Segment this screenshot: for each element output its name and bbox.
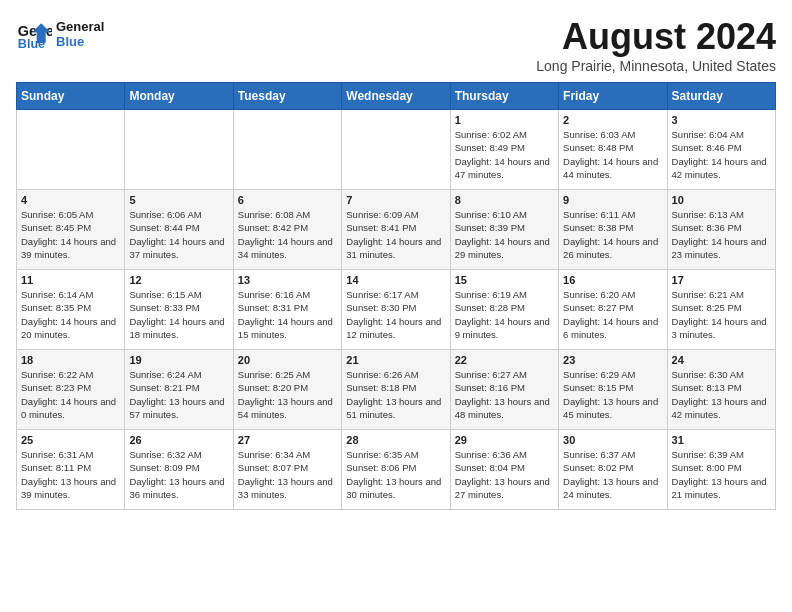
day-info: Sunrise: 6:26 AM Sunset: 8:18 PM Dayligh… — [346, 368, 445, 421]
day-number: 7 — [346, 194, 445, 206]
day-number: 8 — [455, 194, 554, 206]
day-info: Sunrise: 6:19 AM Sunset: 8:28 PM Dayligh… — [455, 288, 554, 341]
day-number: 31 — [672, 434, 771, 446]
calendar-cell: 15Sunrise: 6:19 AM Sunset: 8:28 PM Dayli… — [450, 270, 558, 350]
calendar-cell: 3Sunrise: 6:04 AM Sunset: 8:46 PM Daylig… — [667, 110, 775, 190]
day-number: 24 — [672, 354, 771, 366]
calendar-week-3: 11Sunrise: 6:14 AM Sunset: 8:35 PM Dayli… — [17, 270, 776, 350]
page-header: General Blue General Blue August 2024 Lo… — [16, 16, 776, 74]
title-area: August 2024 Long Prairie, Minnesota, Uni… — [536, 16, 776, 74]
day-number: 19 — [129, 354, 228, 366]
day-info: Sunrise: 6:15 AM Sunset: 8:33 PM Dayligh… — [129, 288, 228, 341]
day-number: 11 — [21, 274, 120, 286]
calendar-cell: 17Sunrise: 6:21 AM Sunset: 8:25 PM Dayli… — [667, 270, 775, 350]
day-number: 18 — [21, 354, 120, 366]
day-number: 20 — [238, 354, 337, 366]
weekday-thursday: Thursday — [450, 83, 558, 110]
day-info: Sunrise: 6:39 AM Sunset: 8:00 PM Dayligh… — [672, 448, 771, 501]
day-number: 5 — [129, 194, 228, 206]
calendar-week-5: 25Sunrise: 6:31 AM Sunset: 8:11 PM Dayli… — [17, 430, 776, 510]
day-number: 28 — [346, 434, 445, 446]
calendar-cell: 16Sunrise: 6:20 AM Sunset: 8:27 PM Dayli… — [559, 270, 667, 350]
weekday-saturday: Saturday — [667, 83, 775, 110]
day-info: Sunrise: 6:24 AM Sunset: 8:21 PM Dayligh… — [129, 368, 228, 421]
calendar-table: SundayMondayTuesdayWednesdayThursdayFrid… — [16, 82, 776, 510]
weekday-friday: Friday — [559, 83, 667, 110]
calendar-title: August 2024 — [536, 16, 776, 58]
day-info: Sunrise: 6:21 AM Sunset: 8:25 PM Dayligh… — [672, 288, 771, 341]
calendar-cell — [233, 110, 341, 190]
calendar-cell: 22Sunrise: 6:27 AM Sunset: 8:16 PM Dayli… — [450, 350, 558, 430]
calendar-cell: 14Sunrise: 6:17 AM Sunset: 8:30 PM Dayli… — [342, 270, 450, 350]
day-number: 10 — [672, 194, 771, 206]
day-info: Sunrise: 6:31 AM Sunset: 8:11 PM Dayligh… — [21, 448, 120, 501]
day-info: Sunrise: 6:37 AM Sunset: 8:02 PM Dayligh… — [563, 448, 662, 501]
day-info: Sunrise: 6:14 AM Sunset: 8:35 PM Dayligh… — [21, 288, 120, 341]
day-info: Sunrise: 6:34 AM Sunset: 8:07 PM Dayligh… — [238, 448, 337, 501]
day-number: 29 — [455, 434, 554, 446]
day-number: 25 — [21, 434, 120, 446]
day-number: 4 — [21, 194, 120, 206]
day-info: Sunrise: 6:17 AM Sunset: 8:30 PM Dayligh… — [346, 288, 445, 341]
day-info: Sunrise: 6:27 AM Sunset: 8:16 PM Dayligh… — [455, 368, 554, 421]
day-number: 17 — [672, 274, 771, 286]
calendar-cell — [342, 110, 450, 190]
day-number: 23 — [563, 354, 662, 366]
logo: General Blue General Blue — [16, 16, 104, 52]
weekday-tuesday: Tuesday — [233, 83, 341, 110]
calendar-cell: 25Sunrise: 6:31 AM Sunset: 8:11 PM Dayli… — [17, 430, 125, 510]
calendar-cell: 7Sunrise: 6:09 AM Sunset: 8:41 PM Daylig… — [342, 190, 450, 270]
day-info: Sunrise: 6:35 AM Sunset: 8:06 PM Dayligh… — [346, 448, 445, 501]
logo-general: General — [56, 19, 104, 34]
day-info: Sunrise: 6:29 AM Sunset: 8:15 PM Dayligh… — [563, 368, 662, 421]
calendar-cell: 20Sunrise: 6:25 AM Sunset: 8:20 PM Dayli… — [233, 350, 341, 430]
weekday-wednesday: Wednesday — [342, 83, 450, 110]
logo-blue: Blue — [56, 34, 104, 49]
day-info: Sunrise: 6:13 AM Sunset: 8:36 PM Dayligh… — [672, 208, 771, 261]
day-info: Sunrise: 6:30 AM Sunset: 8:13 PM Dayligh… — [672, 368, 771, 421]
day-number: 3 — [672, 114, 771, 126]
day-info: Sunrise: 6:22 AM Sunset: 8:23 PM Dayligh… — [21, 368, 120, 421]
calendar-cell: 28Sunrise: 6:35 AM Sunset: 8:06 PM Dayli… — [342, 430, 450, 510]
logo-icon: General Blue — [16, 16, 52, 52]
calendar-cell: 12Sunrise: 6:15 AM Sunset: 8:33 PM Dayli… — [125, 270, 233, 350]
calendar-cell: 6Sunrise: 6:08 AM Sunset: 8:42 PM Daylig… — [233, 190, 341, 270]
day-info: Sunrise: 6:36 AM Sunset: 8:04 PM Dayligh… — [455, 448, 554, 501]
day-number: 30 — [563, 434, 662, 446]
day-info: Sunrise: 6:08 AM Sunset: 8:42 PM Dayligh… — [238, 208, 337, 261]
day-info: Sunrise: 6:02 AM Sunset: 8:49 PM Dayligh… — [455, 128, 554, 181]
weekday-header-row: SundayMondayTuesdayWednesdayThursdayFrid… — [17, 83, 776, 110]
day-info: Sunrise: 6:10 AM Sunset: 8:39 PM Dayligh… — [455, 208, 554, 261]
calendar-cell: 27Sunrise: 6:34 AM Sunset: 8:07 PM Dayli… — [233, 430, 341, 510]
calendar-week-2: 4Sunrise: 6:05 AM Sunset: 8:45 PM Daylig… — [17, 190, 776, 270]
day-info: Sunrise: 6:05 AM Sunset: 8:45 PM Dayligh… — [21, 208, 120, 261]
day-info: Sunrise: 6:16 AM Sunset: 8:31 PM Dayligh… — [238, 288, 337, 341]
day-number: 2 — [563, 114, 662, 126]
day-number: 6 — [238, 194, 337, 206]
calendar-cell: 24Sunrise: 6:30 AM Sunset: 8:13 PM Dayli… — [667, 350, 775, 430]
day-number: 16 — [563, 274, 662, 286]
calendar-cell: 2Sunrise: 6:03 AM Sunset: 8:48 PM Daylig… — [559, 110, 667, 190]
day-number: 22 — [455, 354, 554, 366]
calendar-week-1: 1Sunrise: 6:02 AM Sunset: 8:49 PM Daylig… — [17, 110, 776, 190]
day-info: Sunrise: 6:20 AM Sunset: 8:27 PM Dayligh… — [563, 288, 662, 341]
calendar-cell: 5Sunrise: 6:06 AM Sunset: 8:44 PM Daylig… — [125, 190, 233, 270]
calendar-cell: 19Sunrise: 6:24 AM Sunset: 8:21 PM Dayli… — [125, 350, 233, 430]
calendar-cell: 26Sunrise: 6:32 AM Sunset: 8:09 PM Dayli… — [125, 430, 233, 510]
calendar-cell: 1Sunrise: 6:02 AM Sunset: 8:49 PM Daylig… — [450, 110, 558, 190]
calendar-cell: 21Sunrise: 6:26 AM Sunset: 8:18 PM Dayli… — [342, 350, 450, 430]
day-number: 26 — [129, 434, 228, 446]
day-info: Sunrise: 6:09 AM Sunset: 8:41 PM Dayligh… — [346, 208, 445, 261]
weekday-monday: Monday — [125, 83, 233, 110]
day-number: 14 — [346, 274, 445, 286]
calendar-subtitle: Long Prairie, Minnesota, United States — [536, 58, 776, 74]
calendar-cell: 10Sunrise: 6:13 AM Sunset: 8:36 PM Dayli… — [667, 190, 775, 270]
day-info: Sunrise: 6:06 AM Sunset: 8:44 PM Dayligh… — [129, 208, 228, 261]
calendar-cell: 9Sunrise: 6:11 AM Sunset: 8:38 PM Daylig… — [559, 190, 667, 270]
day-info: Sunrise: 6:11 AM Sunset: 8:38 PM Dayligh… — [563, 208, 662, 261]
day-info: Sunrise: 6:04 AM Sunset: 8:46 PM Dayligh… — [672, 128, 771, 181]
day-number: 9 — [563, 194, 662, 206]
weekday-sunday: Sunday — [17, 83, 125, 110]
day-number: 27 — [238, 434, 337, 446]
day-number: 12 — [129, 274, 228, 286]
